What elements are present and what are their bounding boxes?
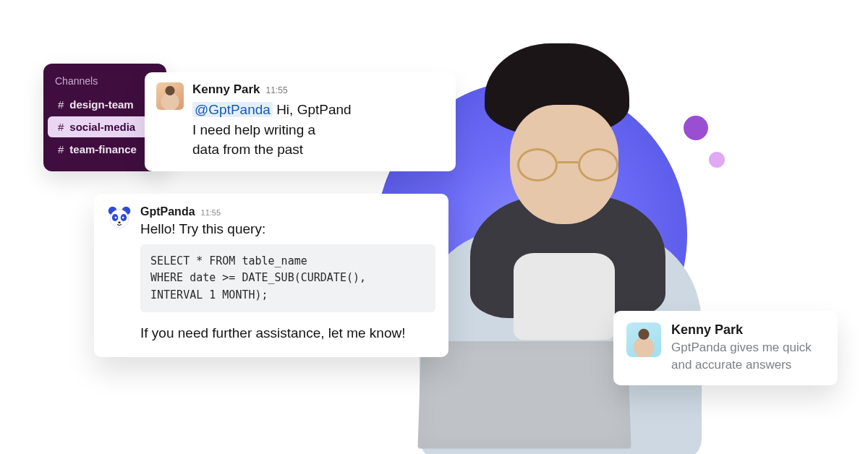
svg-point-5: [115, 217, 117, 219]
testimonial-card: Kenny Park GptPanda gives me quick and a…: [613, 311, 838, 385]
message-author: GptPanda: [140, 205, 195, 218]
sidebar-item-label: social-media: [69, 121, 135, 133]
message-gptpanda: GptPanda 11:55 Hello! Try this query: SE…: [94, 194, 448, 357]
sidebar-item-label: design-team: [69, 98, 133, 111]
promo-stage: Channels # design-team # social-media # …: [0, 0, 868, 454]
svg-point-6: [122, 217, 124, 219]
panda-icon: [107, 205, 132, 230]
message-text: I need help writing a: [192, 122, 315, 137]
testimonial-author: Kenny Park: [671, 322, 825, 338]
message-kenny: Kenny Park 11:55 @GptPanda Hi, GptPand I…: [145, 72, 456, 171]
mention[interactable]: @GptPanda: [192, 102, 273, 117]
message-time: 11:55: [201, 208, 221, 217]
avatar-gptpanda: [107, 205, 132, 230]
message-tail: If you need further assistance, let me k…: [140, 325, 435, 341]
testimonial-quote: GptPanda gives me quick and accurate ans…: [671, 339, 825, 374]
message-time: 11:55: [266, 85, 288, 95]
svg-point-7: [118, 222, 120, 223]
avatar-kenny-small: [626, 322, 661, 357]
decorative-dot: [709, 152, 725, 168]
message-lead: Hello! Try this query:: [140, 221, 435, 237]
hash-icon: #: [58, 143, 64, 155]
decorative-dot: [684, 116, 708, 140]
code-block[interactable]: SELECT * FROM table_name WHERE date >= D…: [140, 244, 435, 312]
message-text: data from the past: [192, 142, 303, 157]
hash-icon: #: [58, 98, 64, 111]
message-text: Hi, GptPand: [273, 102, 352, 117]
message-author: Kenny Park: [192, 82, 260, 97]
hash-icon: #: [58, 121, 64, 133]
sidebar-item-label: team-finance: [69, 143, 137, 155]
message-body: @GptPanda Hi, GptPand I need help writin…: [192, 100, 444, 160]
avatar-kenny: [156, 82, 184, 110]
